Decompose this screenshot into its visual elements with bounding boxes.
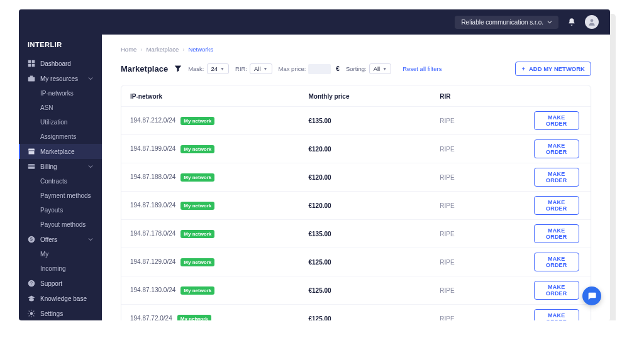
plus-icon: +	[521, 65, 525, 72]
sidebar-item-my-resources[interactable]: My resources	[19, 71, 102, 86]
svg-rect-1	[28, 60, 31, 63]
page-header: Marketplace Mask: 24 ▼ RIR: All ▼	[121, 62, 591, 76]
sidebar-item-offers-my[interactable]: My	[19, 247, 102, 261]
make-order-button[interactable]: MAKE ORDER	[534, 309, 579, 320]
svg-rect-2	[32, 60, 35, 63]
main-content: Home › Marketplace › Networks Marketplac…	[102, 35, 610, 320]
bell-icon[interactable]	[567, 18, 576, 26]
sidebar-item-label: ASN	[40, 104, 53, 111]
price-cell: €120.00	[299, 192, 431, 220]
sidebar-item-marketplace[interactable]: Marketplace	[19, 144, 102, 159]
sidebar-item-label: Payment methods	[40, 192, 91, 199]
sidebar: INTERLIR Dashboard My resources	[19, 35, 102, 320]
breadcrumb-marketplace[interactable]: Marketplace	[147, 46, 179, 53]
chevron-down-icon	[88, 236, 93, 243]
sidebar-item-offers[interactable]: $ Offers	[19, 232, 102, 247]
my-network-badge: My network	[180, 258, 214, 266]
make-order-button[interactable]: MAKE ORDER	[534, 168, 579, 187]
col-ip: IP-network	[121, 85, 299, 107]
sidebar-item-settings[interactable]: Settings	[19, 306, 102, 320]
table-row: 194.87.130.0/24My network€125.00RIPEMAKE…	[121, 276, 591, 305]
chat-widget[interactable]	[582, 286, 601, 305]
org-switcher[interactable]: Reliable communication s.r.o.	[455, 16, 558, 29]
mask-select[interactable]: 24 ▼	[207, 63, 230, 74]
rir-filter: RIR: All ▼	[235, 63, 272, 74]
breadcrumb: Home › Marketplace › Networks	[121, 46, 591, 53]
sidebar-item-utilization[interactable]: Utilization	[19, 115, 102, 129]
rir-cell: RIPE	[431, 192, 525, 220]
ip-cell: 194.87.189.0/24My network	[121, 192, 299, 220]
networks-table: IP-network Monthly price RIR 194.87.212.…	[121, 85, 591, 320]
table-row: 194.87.178.0/24My network€135.00RIPEMAKE…	[121, 220, 591, 248]
sidebar-item-knowledge[interactable]: Knowledge base	[19, 291, 102, 306]
my-network-badge: My network	[180, 145, 214, 153]
table-row: 194.87.189.0/24My network€120.00RIPEMAKE…	[121, 192, 591, 220]
sidebar-item-payout-methods[interactable]: Payout methods	[19, 217, 102, 232]
sidebar-item-label: Assignments	[40, 133, 76, 140]
ip-cell: 194.87.178.0/24My network	[121, 220, 299, 248]
add-network-button[interactable]: + ADD MY NETWORK	[515, 62, 591, 76]
make-order-button[interactable]: MAKE ORDER	[534, 281, 579, 300]
col-price: Monthly price	[299, 85, 431, 107]
rir-cell: RIPE	[431, 107, 525, 135]
reset-filters-link[interactable]: Reset all filters	[402, 65, 441, 72]
rir-cell: RIPE	[431, 163, 525, 192]
sidebar-item-payouts[interactable]: Payouts	[19, 203, 102, 217]
page-title: Marketplace	[121, 64, 168, 74]
sidebar-item-label: Billing	[40, 163, 57, 170]
rir-cell: RIPE	[431, 276, 525, 305]
sidebar-item-dashboard[interactable]: Dashboard	[19, 56, 102, 71]
rir-cell: RIPE	[431, 248, 525, 276]
rir-cell: RIPE	[431, 220, 525, 248]
svg-rect-4	[32, 64, 35, 67]
sidebar-item-label: My	[40, 251, 48, 258]
sidebar-item-payment-methods[interactable]: Payment methods	[19, 188, 102, 203]
price-cell: €135.00	[299, 107, 431, 135]
svg-point-0	[591, 19, 594, 22]
sidebar-item-support[interactable]: ? Support	[19, 276, 102, 291]
sidebar-item-contracts[interactable]: Contracts	[19, 174, 102, 188]
sidebar-item-offers-incoming[interactable]: Incoming	[19, 261, 102, 276]
my-network-badge: My network	[180, 202, 214, 210]
filter-value: All	[254, 65, 261, 72]
svg-rect-8	[28, 166, 35, 167]
svg-rect-6	[30, 76, 33, 77]
price-cell: €125.00	[299, 276, 431, 305]
make-order-button[interactable]: MAKE ORDER	[534, 139, 579, 158]
sidebar-item-label: Utilization	[40, 119, 67, 126]
sort-select[interactable]: All ▼	[369, 63, 392, 74]
filter-value: 24	[211, 65, 218, 72]
sidebar-item-label: Offers	[40, 236, 57, 243]
make-order-button[interactable]: MAKE ORDER	[534, 253, 579, 271]
gear-icon	[28, 310, 35, 317]
filter-value: All	[374, 65, 380, 72]
avatar[interactable]	[585, 15, 599, 29]
sidebar-item-label: My resources	[40, 75, 78, 82]
sidebar-item-label: Payouts	[40, 207, 63, 214]
sidebar-item-asn[interactable]: ASN	[19, 101, 102, 115]
rir-select[interactable]: All ▼	[250, 63, 272, 74]
chevron-right-icon: ›	[182, 46, 184, 53]
briefcase-icon	[28, 75, 35, 82]
dollar-icon: $	[28, 236, 35, 243]
make-order-button[interactable]: MAKE ORDER	[534, 111, 579, 130]
question-icon: ?	[28, 280, 35, 287]
ip-cell: 194.87.212.0/24My network	[121, 107, 299, 135]
sidebar-item-label: Support	[40, 280, 62, 287]
svg-text:?: ?	[30, 281, 33, 285]
breadcrumb-networks[interactable]: Networks	[188, 46, 213, 53]
filter-icon[interactable]	[174, 65, 182, 74]
sidebar-item-label: Dashboard	[40, 60, 71, 67]
sidebar-item-assignments[interactable]: Assignments	[19, 129, 102, 144]
make-order-button[interactable]: MAKE ORDER	[534, 224, 579, 243]
svg-text:$: $	[30, 237, 33, 241]
org-name: Reliable communication s.r.o.	[461, 19, 543, 26]
max-price-input[interactable]	[308, 64, 331, 74]
breadcrumb-home[interactable]: Home	[121, 46, 136, 53]
rir-cell: RIPE	[431, 135, 525, 163]
ip-cell: 194.87.130.0/24My network	[121, 276, 299, 305]
make-order-button[interactable]: MAKE ORDER	[534, 196, 579, 215]
store-icon	[28, 148, 35, 155]
sidebar-item-ip-networks[interactable]: IP-networks	[19, 86, 102, 101]
sidebar-item-billing[interactable]: Billing	[19, 159, 102, 174]
